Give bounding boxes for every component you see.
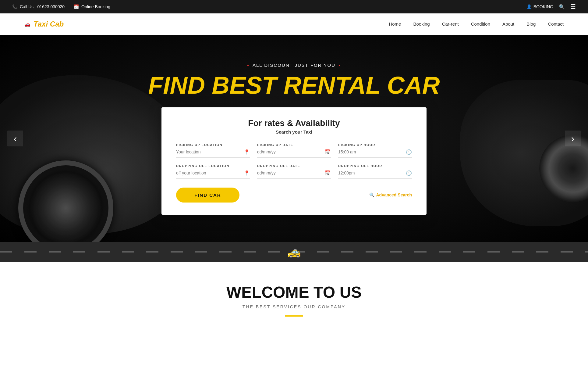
nav-blog[interactable]: Blog (526, 21, 536, 27)
pickup-date-label: PICKING UP DATE (257, 143, 331, 147)
tagline-text: ALL DISCOUNT JUST FOR YOU (253, 63, 335, 68)
online-booking-label: Online Booking (81, 4, 110, 9)
dropoff-date-field: DROPPING OFF DATE 📅 (257, 164, 331, 179)
hero-title: Find Best Rental Car (148, 73, 440, 98)
nav-condition[interactable]: Condition (471, 21, 490, 27)
dropoff-hour-label: DROPPING OFF HOUR (338, 164, 412, 168)
menu-icon[interactable]: ☰ (570, 3, 576, 10)
road-strip: 🚕 (0, 242, 588, 262)
chevron-right-icon: › (571, 133, 575, 144)
nav-about[interactable]: About (502, 21, 514, 27)
hero-tagline: ● ALL DISCOUNT JUST FOR YOU ● (247, 63, 341, 68)
search-card-title: For rates & Availability (176, 118, 412, 128)
pickup-hour-input-wrap: 🕒 (338, 149, 412, 158)
dropoff-location-label: DROPPING OFF LOCATION (176, 164, 250, 168)
pickup-hour-input[interactable] (338, 149, 403, 154)
dropoff-calendar-icon: 📅 (325, 170, 331, 176)
dropoff-date-input[interactable] (257, 170, 322, 175)
pickup-location-label: PICKING UP LOCATION (176, 143, 250, 147)
hero-content: ● ALL DISCOUNT JUST FOR YOU ● Find Best … (0, 63, 588, 215)
phone-item[interactable]: 📞 Call Us - 01623 030020 (12, 4, 65, 9)
search-icon[interactable]: 🔍 (559, 4, 565, 10)
dropoff-hour-input-wrap: 🕒 (338, 170, 412, 179)
pickup-location-field: PICKING UP LOCATION 📍 (176, 143, 250, 158)
pickup-location-input[interactable] (176, 149, 241, 154)
hero-section: ‹ › ● ALL DISCOUNT JUST FOR YOU ● Find B… (0, 35, 588, 242)
clock-icon: 🕒 (406, 149, 412, 155)
search-footer: FIND CAR 🔍 Advanced Search (176, 188, 412, 203)
chevron-left-icon: ‹ (14, 133, 17, 144)
welcome-accent-bar (285, 315, 303, 317)
pickup-hour-label: PICKING UP HOUR (338, 143, 412, 147)
advanced-search-link[interactable]: 🔍 Advanced Search (369, 192, 412, 197)
dropoff-location-input[interactable] (176, 170, 241, 175)
location-icon: 📍 (244, 149, 250, 155)
hero-next-button[interactable]: › (565, 131, 581, 146)
advanced-search-label: Advanced Search (376, 192, 412, 197)
phone-icon: 📞 (12, 4, 17, 9)
dropoff-hour-input[interactable] (338, 170, 403, 175)
nav-home[interactable]: Home (389, 21, 401, 27)
user-icon: 👤 (526, 4, 532, 9)
road-car-icon: 🚕 (287, 246, 301, 258)
phone-label: Call Us - 01623 030020 (20, 4, 65, 9)
logo-text: Taxi Cab (34, 20, 64, 28)
welcome-subtitle: THE BEST SERVICES OUR COMPANY (24, 304, 564, 309)
pickup-date-input[interactable] (257, 149, 322, 154)
hero-prev-button[interactable]: ‹ (7, 131, 23, 146)
pickup-hour-field: PICKING UP HOUR 🕒 (338, 143, 412, 158)
dropoff-location-icon: 📍 (244, 170, 250, 176)
search-card: For rates & Availability Search your Tax… (161, 107, 427, 215)
nav-car-rent[interactable]: Car-rent (442, 21, 459, 27)
welcome-section: WELCOME TO US THE BEST SERVICES OUR COMP… (0, 262, 588, 329)
dropoff-location-input-wrap: 📍 (176, 170, 250, 179)
top-bar-left: 📞 Call Us - 01623 030020 📅 Online Bookin… (12, 4, 110, 9)
welcome-title: WELCOME TO US (24, 283, 564, 301)
booking-button[interactable]: 👤 BOOKING (526, 4, 553, 9)
search-card-subtitle: Search your Taxi (176, 129, 412, 135)
dropoff-clock-icon: 🕒 (406, 170, 412, 176)
nav-booking[interactable]: Booking (413, 21, 430, 27)
booking-btn-label: BOOKING (533, 4, 553, 9)
online-booking-item[interactable]: 📅 Online Booking (74, 4, 110, 9)
dropoff-date-input-wrap: 📅 (257, 170, 331, 179)
dropoff-date-label: DROPPING OFF DATE (257, 164, 331, 168)
nav-links: Home Booking Car-rent Condition About Bl… (389, 21, 564, 27)
booking-icon: 📅 (74, 4, 79, 9)
nav-contact[interactable]: Contact (548, 21, 564, 27)
navbar: 🚗 Taxi Cab Home Booking Car-rent Conditi… (0, 13, 588, 35)
dropoff-hour-field: DROPPING OFF HOUR 🕒 (338, 164, 412, 179)
top-bar-right: 👤 BOOKING 🔍 ☰ (526, 3, 576, 10)
pickup-date-field: PICKING UP DATE 📅 (257, 143, 331, 158)
dot-left: ● (247, 63, 250, 67)
find-car-button[interactable]: FIND CAR (176, 188, 239, 203)
dropoff-location-field: DROPPING OFF LOCATION 📍 (176, 164, 250, 179)
search-grid: PICKING UP LOCATION 📍 PICKING UP DATE 📅 … (176, 143, 412, 179)
top-bar: 📞 Call Us - 01623 030020 📅 Online Bookin… (0, 0, 588, 13)
search-icon-small: 🔍 (369, 192, 374, 197)
calendar-icon: 📅 (325, 149, 331, 155)
pickup-location-input-wrap: 📍 (176, 149, 250, 158)
logo-icon: 🚗 (24, 21, 30, 27)
pickup-date-input-wrap: 📅 (257, 149, 331, 158)
dot-right: ● (338, 63, 341, 67)
logo[interactable]: 🚗 Taxi Cab (24, 20, 64, 28)
